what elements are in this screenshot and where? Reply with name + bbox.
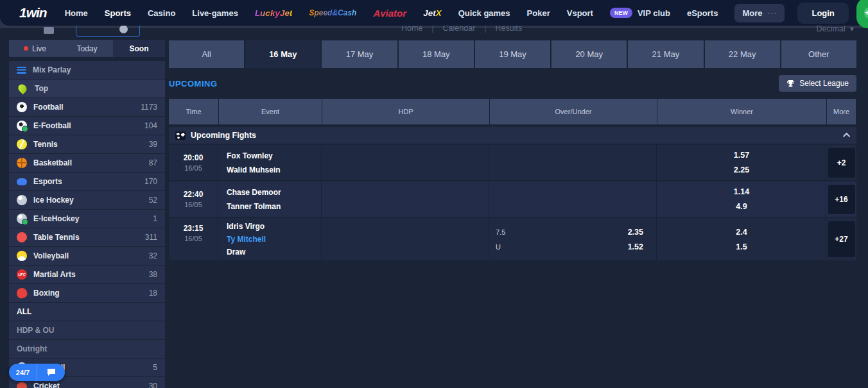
event-time: 22:40 16/05	[169, 181, 218, 217]
nav-home[interactable]: Home	[65, 8, 88, 18]
sport-count: 18	[149, 289, 157, 298]
sport-count: 311	[145, 233, 157, 242]
winner-odd-1[interactable]: 2.4	[736, 228, 747, 237]
participant-2: Ty Mitchell	[227, 235, 321, 244]
breadcrumb-separator: |	[431, 26, 433, 33]
sidebar-item-mix-parlay[interactable]: Mix Parlay	[9, 61, 165, 79]
winner-odd-2[interactable]: 2.25	[734, 165, 749, 174]
event-participants[interactable]: Chase Demoor Tanner Tolman	[219, 181, 322, 217]
chat-247-label: 24/7	[9, 369, 37, 376]
sidebar-item-top[interactable]: Top	[9, 80, 165, 97]
date-tab-all[interactable]: All	[169, 40, 244, 68]
ice-hockey-icon	[17, 195, 27, 205]
winner-odd-2[interactable]: 1.5	[736, 242, 747, 251]
nav-aviator[interactable]: Aviator	[373, 8, 406, 19]
event-row: 20:00 16/05 Fox Townley Walid Muhsein 1.…	[169, 145, 856, 180]
sidebar-item-martial-arts[interactable]: UFC Martial Arts 38	[9, 266, 165, 283]
nav-items: Home Sports Casino Live-games LuckyJet S…	[65, 4, 785, 22]
sidebar-item-table-tennis[interactable]: Table Tennis 311	[9, 228, 165, 246]
more-cell: +2	[827, 145, 856, 180]
date-tab-19-may[interactable]: 19 May	[475, 40, 550, 68]
nav-casino[interactable]: Casino	[148, 8, 175, 18]
sidebar-item-e-ice-hockey[interactable]: E-IceHockey 1	[9, 210, 165, 228]
nav-luckyjet[interactable]: LuckyJet	[255, 8, 293, 18]
more-markets-button[interactable]: +16	[828, 185, 855, 214]
date-tab-22-may[interactable]: 22 May	[705, 40, 780, 68]
ou-line-value: U	[496, 243, 501, 251]
sidebar-filter-outright[interactable]: Outright	[9, 340, 165, 358]
date-tab-20-may[interactable]: 20 May	[551, 40, 627, 68]
league-section-bar[interactable]: Upcoming Fights	[169, 127, 856, 144]
more-markets-button[interactable]: +2	[828, 148, 855, 178]
nav-poker[interactable]: Poker	[527, 8, 550, 18]
breadcrumb-results[interactable]: Results	[496, 26, 523, 33]
sport-name: Tennis	[33, 140, 143, 149]
event-row: 23:15 16/05 Idris Virgo Ty Mitchell Draw…	[169, 218, 856, 260]
over-line[interactable]: 7.5 2.35	[496, 228, 643, 237]
nav-esports[interactable]: eSports	[687, 8, 718, 18]
nav-quick-games[interactable]: Quick games	[458, 8, 510, 18]
active-sport-tab-frame[interactable]	[76, 26, 140, 37]
event-participants[interactable]: Idris Virgo Ty Mitchell Draw	[219, 218, 322, 260]
tab-live[interactable]: Live	[9, 40, 61, 57]
date-tab-other[interactable]: Other	[781, 40, 856, 68]
nav-sports[interactable]: Sports	[105, 8, 131, 18]
tab-soon[interactable]: Soon	[113, 40, 165, 57]
nav-jetx[interactable]: JetX	[423, 8, 442, 18]
table-header: Time Event HDP Over/Under Winner More	[169, 99, 856, 124]
date-tab-16-may[interactable]: 16 May	[245, 40, 320, 68]
sidebar-item-e-football[interactable]: E-Football 104	[9, 117, 165, 135]
column-hdp: HDP	[322, 99, 489, 124]
sidebar-item-esports[interactable]: Esports 170	[9, 173, 165, 190]
nav-vip-club[interactable]: VIP club	[638, 8, 670, 18]
under-line[interactable]: U 1.52	[496, 242, 643, 251]
trophy-icon	[786, 80, 795, 88]
winner-odd-1[interactable]: 1.14	[734, 187, 749, 196]
select-league-button[interactable]: Select League	[779, 75, 856, 92]
date-tab-17-may[interactable]: 17 May	[322, 40, 397, 68]
sport-name: Table Tennis	[33, 233, 139, 242]
more-markets-button[interactable]: +27	[828, 221, 855, 257]
sport-count: 87	[149, 158, 157, 167]
sidebar-item-boxing[interactable]: Boxing 18	[9, 284, 165, 302]
tennis-icon	[17, 139, 27, 149]
over-odd: 2.35	[628, 228, 643, 237]
date-value: 16/05	[184, 235, 202, 242]
sidebar-item-basketball[interactable]: Basketball 87	[9, 154, 165, 172]
register-button[interactable]: + Complete registration	[856, 0, 868, 28]
winner-odd-2[interactable]: 4.9	[736, 202, 747, 211]
sidebar-sport-tabs-clipped	[9, 26, 165, 37]
nav-vsport[interactable]: Vsport	[567, 8, 593, 18]
nav-live-games[interactable]: Live-games	[192, 8, 238, 18]
breadcrumb-home[interactable]: Home	[401, 26, 422, 33]
brand-logo[interactable]: 1win	[19, 5, 47, 21]
sidebar-item-volleyball[interactable]: Volleyball 32	[9, 247, 165, 265]
date-tab-18-may[interactable]: 18 May	[399, 40, 474, 68]
sidebar-item-tennis[interactable]: Tennis 39	[9, 135, 165, 153]
more-cell: +27	[827, 218, 856, 260]
sidebar-item-football[interactable]: Football 1173	[9, 98, 165, 116]
login-button[interactable]: Login	[797, 3, 848, 24]
breadcrumb-calendar[interactable]: Calendar	[443, 26, 476, 33]
participant-2: Tanner Tolman	[227, 202, 321, 211]
winner-odd-1[interactable]: 1.57	[734, 151, 749, 160]
nav-speed-cash[interactable]: Speed&Cash	[309, 8, 356, 17]
tab-today[interactable]: Today	[61, 40, 113, 57]
sidebar-item-ice-hockey[interactable]: Ice Hockey 52	[9, 191, 165, 209]
chevron-up-icon[interactable]	[843, 133, 850, 140]
filter-label: ALL	[17, 307, 157, 316]
briefcase-icon[interactable]	[44, 27, 54, 34]
chat-bubble-icon	[37, 368, 65, 376]
cricket-icon	[17, 382, 27, 388]
sport-name: Boxing	[33, 289, 143, 298]
nav-more-button[interactable]: More ···	[734, 4, 785, 22]
time-value: 22:40	[184, 190, 204, 199]
support-chat-button[interactable]: 24/7	[9, 364, 65, 381]
sidebar-filter-hdp-ou[interactable]: HDP & OU	[9, 321, 165, 339]
event-participants[interactable]: Fox Townley Walid Muhsein	[219, 145, 322, 180]
section-title: Upcoming Fights	[191, 131, 840, 140]
time-value: 23:15	[184, 224, 204, 233]
sidebar-filter-all[interactable]: ALL	[9, 303, 165, 321]
event-time: 23:15 16/05	[169, 218, 218, 260]
date-tab-21-may[interactable]: 21 May	[628, 40, 703, 68]
